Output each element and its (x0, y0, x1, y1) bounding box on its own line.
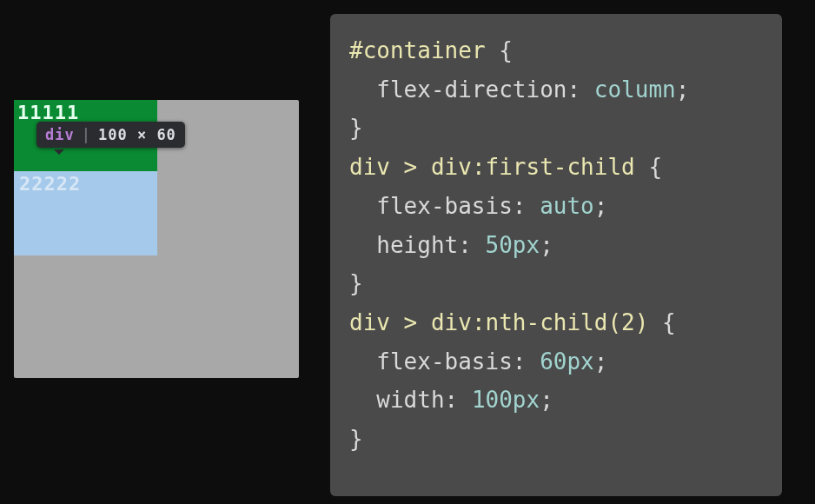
flex-item-2-label: 22222 (19, 173, 81, 195)
css-property: flex-direction (376, 76, 567, 103)
css-code-panel: #container { flex-direction: column; } d… (330, 14, 782, 496)
css-value: 100px (472, 387, 540, 413)
css-property: height (376, 232, 458, 258)
tooltip-tagname: div (45, 126, 75, 143)
flex-item-2[interactable]: 22222 (14, 171, 157, 255)
css-value: auto (540, 193, 594, 219)
css-value: 60px (540, 348, 594, 375)
flex-container: 11111 div | 100 × 60 22222 (14, 100, 299, 378)
selector: #container (349, 37, 486, 63)
tooltip-separator: | (82, 126, 91, 143)
css-value: 50px (486, 232, 540, 258)
css-property: flex-basis (376, 193, 513, 219)
css-property: width (376, 387, 444, 413)
selector: div > div:nth-child(2) (349, 309, 648, 335)
flex-item-1[interactable]: 11111 div | 100 × 60 (14, 100, 157, 171)
tooltip-dimensions: 100 × 60 (98, 126, 176, 143)
css-value: column (594, 76, 676, 103)
flex-preview-panel: 11111 div | 100 × 60 22222 (14, 100, 299, 378)
devtools-size-tooltip: div | 100 × 60 (36, 122, 185, 148)
selector: div > div:first-child (349, 154, 635, 180)
css-property: flex-basis (376, 348, 513, 375)
demo-canvas: 11111 div | 100 × 60 22222 #container { … (0, 0, 815, 504)
